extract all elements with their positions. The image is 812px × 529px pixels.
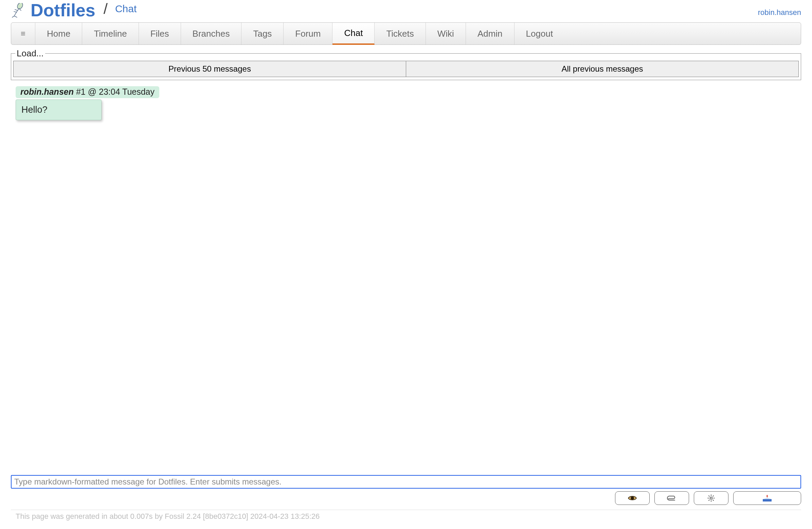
load-all-button[interactable]: All previous messages bbox=[406, 61, 799, 77]
message-meta-tail: #1 @ 23:04 Tuesday bbox=[74, 87, 155, 97]
nav-tab-tags[interactable]: Tags bbox=[242, 23, 284, 44]
send-icon bbox=[762, 494, 772, 502]
nav-tab-admin[interactable]: Admin bbox=[466, 23, 514, 44]
footer-separator bbox=[11, 510, 801, 510]
load-more-group: Load... Previous 50 messages All previou… bbox=[11, 48, 801, 80]
nav-tab-tickets[interactable]: Tickets bbox=[375, 23, 425, 44]
message-input[interactable] bbox=[11, 475, 801, 489]
main-nav: ≡ HomeTimelineFilesBranchesTagsForumChat… bbox=[11, 23, 801, 45]
svg-point-0 bbox=[16, 3, 24, 10]
header-left: Dotfiles / Chat bbox=[11, 1, 136, 19]
nav-tab-chat[interactable]: Chat bbox=[332, 23, 375, 45]
paperclip-icon bbox=[667, 496, 677, 500]
attach-button[interactable] bbox=[654, 491, 689, 505]
eye-icon bbox=[627, 495, 637, 501]
nav-tab-files[interactable]: Files bbox=[139, 23, 181, 44]
nav-tab-forum[interactable]: Forum bbox=[284, 23, 332, 44]
load-legend: Load... bbox=[15, 48, 45, 59]
svg-point-2 bbox=[710, 497, 712, 499]
preview-button[interactable] bbox=[615, 491, 650, 505]
title-separator: / bbox=[104, 0, 108, 17]
chat-messages-area: robin.hansen #1 @ 23:04 TuesdayHello? bbox=[11, 86, 801, 472]
hamburger-menu-button[interactable]: ≡ bbox=[11, 23, 35, 44]
message-body: Hello? bbox=[16, 100, 102, 120]
composer bbox=[11, 475, 801, 505]
nav-tab-home[interactable]: Home bbox=[35, 23, 82, 44]
header: Dotfiles / Chat robin.hansen bbox=[11, 0, 801, 23]
current-user-link[interactable]: robin.hansen bbox=[758, 8, 801, 19]
footer-text: This page was generated in about 0.007s … bbox=[11, 512, 801, 526]
svg-point-1 bbox=[631, 497, 634, 499]
load-prev-50-button[interactable]: Previous 50 messages bbox=[13, 61, 406, 77]
site-title[interactable]: Dotfiles bbox=[31, 1, 96, 19]
composer-toolbar bbox=[11, 491, 801, 505]
send-button[interactable] bbox=[733, 491, 801, 505]
svg-rect-3 bbox=[767, 496, 768, 497]
gear-icon bbox=[707, 494, 715, 502]
message-meta: robin.hansen #1 @ 23:04 Tuesday bbox=[16, 86, 159, 98]
nav-tab-logout[interactable]: Logout bbox=[514, 23, 565, 44]
nav-tab-wiki[interactable]: Wiki bbox=[426, 23, 466, 44]
nav-tab-branches[interactable]: Branches bbox=[181, 23, 242, 44]
nav-tab-timeline[interactable]: Timeline bbox=[82, 23, 139, 44]
message-author: robin.hansen bbox=[20, 87, 74, 97]
page-name[interactable]: Chat bbox=[115, 3, 136, 15]
settings-button[interactable] bbox=[694, 491, 728, 505]
fossil-logo-icon bbox=[11, 3, 25, 18]
